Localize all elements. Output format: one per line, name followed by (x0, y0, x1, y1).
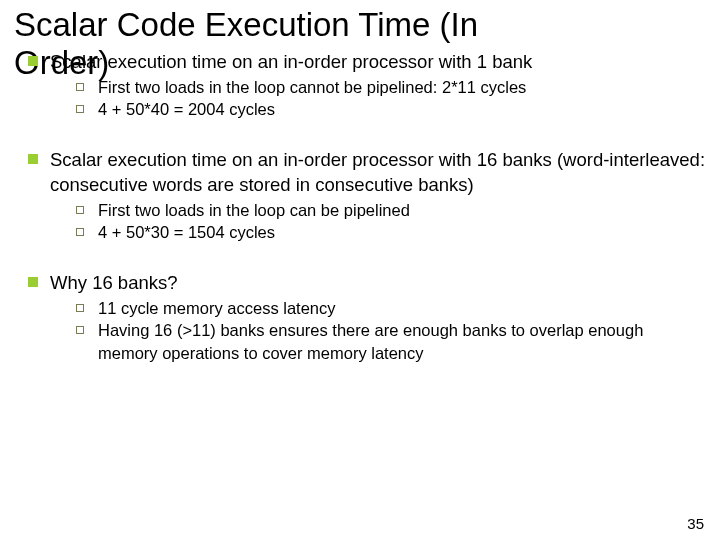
sub-bullet-list: First two loads in the loop can be pipel… (14, 199, 706, 244)
hollow-square-bullet-icon (76, 83, 84, 91)
sub-bullet-list: 11 cycle memory access latency Having 16… (14, 297, 706, 364)
bullet-level1: Why 16 banks? (14, 271, 706, 295)
bullet-level2: 4 + 50*30 = 1504 cycles (14, 221, 706, 243)
square-bullet-icon (28, 277, 38, 287)
bullet-level2: First two loads in the loop can be pipel… (14, 199, 706, 221)
hollow-square-bullet-icon (76, 105, 84, 113)
bullet-level2: 11 cycle memory access latency (14, 297, 706, 319)
bullet-level1: Scalar execution time on an in-order pro… (14, 50, 706, 74)
bullet-text: Scalar execution time on an in-order pro… (50, 148, 706, 196)
hollow-square-bullet-icon (76, 206, 84, 214)
title-line-1: Scalar Code Execution Time (In (14, 6, 478, 43)
page-number: 35 (687, 515, 704, 532)
bullet-level2: 4 + 50*40 = 2004 cycles (14, 98, 706, 120)
sub-bullet-list: First two loads in the loop cannot be pi… (14, 76, 706, 121)
bullet-text: Scalar execution time on an in-order pro… (50, 50, 532, 74)
square-bullet-icon (28, 154, 38, 164)
hollow-square-bullet-icon (76, 228, 84, 236)
slide-body: Scalar execution time on an in-order pro… (0, 50, 720, 364)
square-bullet-icon (28, 56, 38, 66)
sub-bullet-text: Having 16 (>11) banks ensures there are … (98, 319, 706, 364)
bullet-text: Why 16 banks? (50, 271, 178, 295)
sub-bullet-text: 11 cycle memory access latency (98, 297, 336, 319)
bullet-level2: Having 16 (>11) banks ensures there are … (14, 319, 706, 364)
sub-bullet-text: First two loads in the loop cannot be pi… (98, 76, 526, 98)
hollow-square-bullet-icon (76, 304, 84, 312)
bullet-level1: Scalar execution time on an in-order pro… (14, 148, 706, 196)
sub-bullet-text: 4 + 50*40 = 2004 cycles (98, 98, 275, 120)
sub-bullet-text: First two loads in the loop can be pipel… (98, 199, 410, 221)
sub-bullet-text: 4 + 50*30 = 1504 cycles (98, 221, 275, 243)
bullet-level2: First two loads in the loop cannot be pi… (14, 76, 706, 98)
hollow-square-bullet-icon (76, 326, 84, 334)
